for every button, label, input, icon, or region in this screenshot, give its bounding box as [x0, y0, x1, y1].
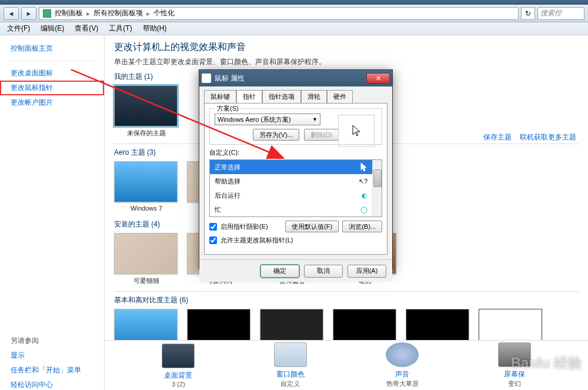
sidebar-account-pic[interactable]: 更改帐户图片 — [0, 95, 104, 110]
allow-theme-checkbox[interactable] — [209, 236, 217, 244]
menu-help[interactable]: 帮助(H) — [138, 22, 172, 35]
menu-bar: 文件(F) 编辑(E) 查看(V) 工具(T) 帮助(H) — [0, 22, 588, 35]
option-window-color[interactable]: 窗口颜色 自定义 — [255, 342, 326, 388]
window-color-icon — [274, 342, 307, 367]
breadcrumb-2[interactable]: 所有控制面板项 — [93, 8, 143, 18]
delete-button[interactable]: 删除(D) — [304, 129, 339, 141]
sidebar-taskbar[interactable]: 任务栏和「开始」菜单 — [0, 363, 104, 378]
custom-label: 自定义(C): — [209, 148, 382, 157]
cursor-icon — [360, 162, 368, 172]
option-sounds[interactable]: 声音 热带大草原 — [367, 342, 437, 388]
theme-windows7[interactable]: Windows 7 — [114, 161, 179, 214]
page-subtitle: 单击某个主题立即更改桌面背景、窗口颜色、声音和屏幕保护程序。 — [114, 57, 579, 67]
background-icon — [162, 344, 195, 368]
search-input[interactable]: 搜索控 — [537, 7, 584, 20]
page-title: 更改计算机上的视觉效果和声音 — [114, 41, 579, 54]
refresh-button[interactable]: ↻ — [521, 7, 535, 20]
tab-content: 方案(S) Windows Aero (系统方案) ▼ 另存为(V)... 删除… — [204, 103, 387, 255]
close-button[interactable]: ✕ — [366, 73, 390, 84]
list-item-normal[interactable]: 正常选择 — [210, 160, 382, 174]
menu-edit[interactable]: 编辑(E) — [36, 22, 69, 35]
cursor-icon — [352, 124, 361, 137]
sidebar-home[interactable]: 控制面板主页 — [0, 41, 104, 56]
list-item-busy[interactable]: 忙 ◯ — [210, 202, 382, 216]
allow-theme-label: 允许主题更改鼠标指针(L) — [220, 236, 293, 245]
pointer-listbox[interactable]: 正常选择 帮助选择 ↖? 后台运行 ◐ 忙 ◯ — [209, 159, 382, 217]
sidebar-mouse-pointers[interactable]: 更改鼠标指针 — [0, 81, 104, 95]
forward-button[interactable]: ► — [21, 7, 36, 20]
list-item-background[interactable]: 后台运行 ◐ — [210, 188, 382, 202]
theme-cat[interactable]: 可爱猫猫 — [114, 233, 179, 285]
dialog-tabs: 鼠标键 指针 指针选项 滑轮 硬件 — [199, 86, 392, 103]
scheme-combobox[interactable]: Windows Aero (系统方案) ▼ — [215, 114, 320, 125]
menu-view[interactable]: 查看(V) — [70, 22, 103, 35]
link-get-more[interactable]: 联机获取更多主题 — [520, 132, 576, 142]
sidebar-display[interactable]: 显示 — [0, 348, 104, 363]
bottom-options: 桌面背景 3 (2) 窗口颜色 自定义 声音 热带大草原 屏幕保 变幻 — [105, 340, 588, 390]
browse-button[interactable]: 浏览(B)... — [342, 221, 382, 232]
sidebar-desktop-icons[interactable]: 更改桌面图标 — [0, 66, 104, 81]
menu-tools[interactable]: 工具(T) — [104, 22, 136, 35]
screensaver-icon — [498, 342, 531, 367]
menu-file[interactable]: 文件(F) — [2, 22, 35, 35]
dialog-title: 鼠标 属性 — [215, 74, 245, 84]
breadcrumb-1[interactable]: 控制面板 — [55, 8, 83, 18]
tab-buttons[interactable]: 鼠标键 — [204, 90, 236, 103]
apply-button[interactable]: 应用(A) — [348, 265, 386, 278]
sidebar: 控制面板主页 更改桌面图标 更改鼠标指针 更改帐户图片 另请参阅 显示 任务栏和… — [0, 35, 105, 390]
address-field[interactable]: 控制面板 ▸ 所有控制面板项 ▸ 个性化 — [39, 7, 519, 20]
dialog-button-row: 确定 取消 应用(A) — [199, 259, 392, 282]
see-also-heading: 另请参阅 — [0, 334, 104, 348]
option-desktop-background[interactable]: 桌面背景 3 (2) — [143, 344, 213, 388]
ok-button[interactable]: 确定 — [260, 265, 299, 278]
wait-cursor-icon: ◯ — [360, 206, 368, 214]
save-as-button[interactable]: 另存为(V)... — [253, 129, 299, 141]
breadcrumb-3[interactable]: 个性化 — [153, 8, 175, 18]
address-bar: ◄ ► 控制面板 ▸ 所有控制面板项 ▸ 个性化 ↻ 搜索控 — [0, 5, 588, 22]
chevron-down-icon: ▼ — [312, 116, 318, 122]
sidebar-ease[interactable]: 轻松访问中心 — [0, 378, 104, 390]
scheme-label: 方案(S) — [215, 104, 241, 113]
help-cursor-icon: ↖? — [359, 178, 368, 185]
dialog-titlebar[interactable]: 鼠标 属性 ✕ — [199, 70, 392, 86]
option-screensaver[interactable]: 屏幕保 变幻 — [479, 342, 550, 388]
tab-hardware[interactable]: 硬件 — [327, 90, 353, 103]
sounds-icon — [386, 342, 419, 367]
mouse-icon — [202, 74, 211, 83]
back-button[interactable]: ◄ — [4, 7, 19, 20]
tab-pointers[interactable]: 指针 — [236, 90, 262, 103]
group-basic-hc: 基本和高对比度主题 (6) — [114, 295, 579, 305]
window-titlebar — [0, 0, 588, 5]
shadow-checkbox[interactable] — [209, 223, 217, 231]
cancel-button[interactable]: 取消 — [304, 265, 343, 278]
busy-cursor-icon: ◐ — [362, 192, 368, 199]
pointer-preview — [338, 115, 375, 146]
control-panel-icon — [43, 9, 51, 18]
theme-unsaved[interactable]: 未保存的主题 — [114, 85, 179, 138]
shadow-label: 启用指针阴影(E) — [220, 222, 268, 231]
mouse-properties-dialog: 鼠标 属性 ✕ 鼠标键 指针 指针选项 滑轮 硬件 方案(S) Windows … — [199, 69, 393, 269]
use-default-button[interactable]: 使用默认值(F) — [285, 221, 339, 232]
tab-wheel[interactable]: 滑轮 — [301, 90, 327, 103]
scrollbar[interactable] — [372, 160, 382, 216]
tab-pointer-options[interactable]: 指针选项 — [262, 90, 301, 103]
list-item-help[interactable]: 帮助选择 ↖? — [210, 174, 382, 188]
scheme-fieldset: 方案(S) Windows Aero (系统方案) ▼ 另存为(V)... 删除… — [209, 108, 382, 145]
link-save-theme[interactable]: 保存主题 — [483, 132, 512, 142]
